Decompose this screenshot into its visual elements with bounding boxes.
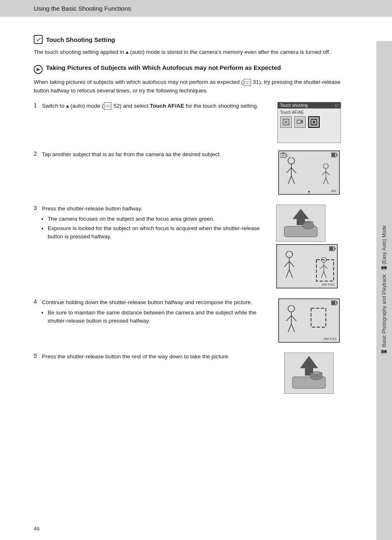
ts-icons bbox=[280, 116, 338, 128]
step-5-number: 5 bbox=[34, 353, 42, 359]
svg-line-22 bbox=[291, 168, 296, 173]
steps-container: 1 Switch to ▴ (auto) mode (□□ 52) and se… bbox=[34, 102, 342, 404]
step-4-text: Continue holding down the shutter-releas… bbox=[42, 298, 276, 326]
svg-rect-52 bbox=[332, 301, 335, 305]
svg-line-57 bbox=[288, 324, 291, 332]
shutter-full-illustration bbox=[284, 353, 334, 394]
step-5: 5 Press the shutter-release button the r… bbox=[34, 353, 342, 394]
svg-line-30 bbox=[326, 178, 328, 184]
step-3-bullet-1: The camera focuses on the subject and th… bbox=[48, 215, 268, 223]
sidebar: 📷 Basic Photography and Playback: 📷 (Eas… bbox=[376, 41, 392, 540]
step-4-bullets: Be sure to maintain the same distance be… bbox=[48, 309, 268, 325]
header-title: Using the Basic Shooting Functions bbox=[34, 5, 131, 12]
step-2: 2 Tap another subject that is as far fro… bbox=[34, 150, 342, 195]
person1b-figure bbox=[282, 251, 302, 282]
vf3-top-right bbox=[331, 300, 338, 306]
viewfinder-2: 250 F4.0 bbox=[276, 244, 338, 288]
step-4-number: 4 bbox=[34, 298, 42, 305]
step-4-image: 250 F4.0 bbox=[276, 298, 342, 343]
svg-line-40 bbox=[289, 261, 294, 267]
step-4-bullet-1: Be sure to maintain the same distance be… bbox=[48, 309, 268, 325]
vf2-top-right bbox=[329, 246, 336, 252]
svg-rect-35 bbox=[334, 248, 336, 249]
svg-point-25 bbox=[323, 164, 328, 168]
step-2-image: ▼ 261 bbox=[276, 150, 342, 195]
touch-shooting-screenshot: Touch shooting □ Touch AF/AE bbox=[277, 102, 341, 143]
svg-rect-18 bbox=[332, 153, 335, 157]
section1-title: ✓ Touch Shooting Setting bbox=[34, 35, 342, 44]
svg-rect-17 bbox=[337, 154, 338, 156]
svg-rect-12 bbox=[282, 152, 284, 154]
step-3-bullet-2: Exposure is locked for the subject on wh… bbox=[48, 224, 268, 241]
step-3-images: 250 F4.0 bbox=[276, 205, 342, 288]
svg-line-56 bbox=[291, 316, 296, 321]
ts-header-icon: □ bbox=[335, 103, 338, 108]
section1-heading: Touch Shooting Setting bbox=[46, 36, 115, 43]
vf3-bottom-right: 250 F4.0 bbox=[323, 337, 337, 341]
svg-line-58 bbox=[291, 324, 295, 332]
svg-line-28 bbox=[326, 171, 330, 175]
main-content: ✓ Touch Shooting Setting The touch shoot… bbox=[0, 17, 376, 420]
page-number: 46 bbox=[34, 526, 39, 532]
camera-circle-icon: ▶ bbox=[34, 65, 43, 74]
shutter-halfway-illustration bbox=[276, 205, 325, 242]
step-3-bullets: The camera focuses on the subject and th… bbox=[48, 215, 268, 241]
step-5-text: Press the shutter-release button the res… bbox=[42, 353, 276, 361]
step-1-text: Switch to ▴ (auto) mode (□□ 52) and sele… bbox=[42, 102, 276, 111]
svg-line-55 bbox=[286, 316, 291, 321]
svg-line-23 bbox=[288, 176, 291, 184]
ts-label: Touch AF/AE bbox=[280, 110, 338, 115]
step-1: 1 Switch to ▴ (auto) mode (□□ 52) and se… bbox=[34, 102, 342, 143]
person2-figure bbox=[320, 164, 336, 188]
svg-rect-11 bbox=[280, 153, 286, 157]
svg-point-6 bbox=[313, 121, 315, 123]
svg-rect-51 bbox=[337, 302, 338, 304]
svg-point-13 bbox=[282, 154, 284, 156]
sidebar-camera-icon: 📷 bbox=[381, 350, 387, 356]
viewfinder-1: ▼ 261 bbox=[278, 150, 340, 195]
ts-header-label: Touch shooting bbox=[280, 103, 308, 108]
step-2-text: Tap another subject that is as far from … bbox=[42, 150, 276, 159]
svg-marker-60 bbox=[300, 356, 318, 376]
vf1-bottom-right: 261 bbox=[331, 189, 337, 193]
focus-brackets bbox=[315, 258, 335, 283]
note-icon: ✓ bbox=[34, 35, 43, 44]
svg-rect-3 bbox=[297, 120, 301, 123]
svg-line-21 bbox=[286, 168, 291, 173]
step-5-image bbox=[276, 353, 342, 394]
ts-body: Touch AF/AE bbox=[278, 108, 341, 129]
svg-point-33 bbox=[302, 222, 314, 229]
svg-point-53 bbox=[288, 305, 295, 312]
svg-line-24 bbox=[291, 176, 295, 184]
vf1-top-right bbox=[331, 152, 338, 158]
person1-figure bbox=[284, 157, 304, 188]
person1c-figure bbox=[284, 305, 304, 336]
section2-intro: When taking pictures of subjects with wh… bbox=[34, 78, 342, 95]
section2-title: ▶ Taking Pictures of Subjects with Which… bbox=[34, 64, 342, 74]
step-3-number: 3 bbox=[34, 205, 42, 211]
sidebar-label: 📷 Basic Photography and Playback: 📷 (Eas… bbox=[381, 225, 387, 356]
vf2-bottom-right: 250 F4.0 bbox=[321, 283, 334, 286]
ts-header: Touch shooting □ bbox=[278, 102, 341, 108]
step-4: 4 Continue holding down the shutter-rele… bbox=[34, 298, 342, 343]
viewfinder-3: 250 F4.0 bbox=[278, 298, 340, 343]
section1-body: The touch shooting setting applied in ▴ … bbox=[34, 48, 342, 57]
step-1-image: Touch shooting □ Touch AF/AE bbox=[276, 102, 342, 143]
ts-icon-1 bbox=[280, 116, 292, 128]
svg-line-41 bbox=[286, 270, 289, 278]
sidebar-text-label: Basic Photography and Playback: 📷 (Easy … bbox=[381, 225, 387, 347]
svg-line-42 bbox=[289, 270, 293, 278]
svg-line-29 bbox=[323, 178, 326, 184]
step-3: 3 Press the shutter-release button halfw… bbox=[34, 205, 342, 288]
svg-line-27 bbox=[322, 171, 326, 175]
vf1-bottom-arrow: ▼ bbox=[307, 190, 311, 194]
svg-point-37 bbox=[286, 251, 293, 258]
ts-icon-2 bbox=[294, 116, 306, 128]
svg-point-19 bbox=[288, 157, 295, 164]
svg-rect-59 bbox=[311, 308, 326, 327]
svg-line-39 bbox=[284, 261, 289, 267]
svg-rect-36 bbox=[330, 247, 333, 250]
step-1-number: 1 bbox=[34, 102, 42, 108]
header-bar: Using the Basic Shooting Functions bbox=[0, 0, 392, 17]
svg-rect-49 bbox=[316, 260, 334, 281]
